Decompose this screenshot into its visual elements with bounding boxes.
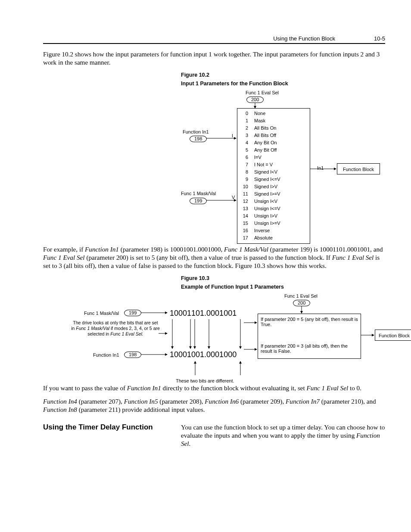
function-block-box: Function Block bbox=[337, 163, 380, 174]
figure-10-2-title: Input 1 Parameters for the Function Bloc… bbox=[181, 81, 385, 87]
figure-10-2: Func 1 Eval Sel 200 Function In1 198 I F… bbox=[181, 90, 383, 245]
mask-note: The drive looks at only the bits that ar… bbox=[71, 320, 160, 337]
option-row: 1Mask bbox=[241, 118, 310, 123]
option-row: 3All Bits Off bbox=[241, 133, 310, 138]
figure-10-2-number: Figure 10.2 bbox=[181, 72, 385, 79]
function-block-box: Function Block bbox=[375, 330, 411, 341]
binary-function-in1: 10001001.0001000 bbox=[170, 350, 237, 359]
example-paragraph: For example, if Function In1 (parameter … bbox=[43, 245, 385, 270]
function-in1-pill: 198 bbox=[124, 352, 141, 358]
mask-val-pill: 199 bbox=[124, 310, 141, 316]
header-page-number: 10-5 bbox=[374, 35, 385, 42]
option-row: 5Any Bit Off bbox=[241, 147, 310, 152]
mask-val-label: Func 1 Mask/Val bbox=[181, 191, 216, 196]
option-row: 10Signed I>V bbox=[241, 184, 310, 189]
eval-sel-param-pill: 200 bbox=[293, 300, 310, 306]
bits-different-label: These two bits are different. bbox=[176, 378, 234, 383]
option-row: 7I Not = V bbox=[241, 162, 310, 167]
header-title: Using the Function Block bbox=[273, 35, 335, 42]
function-in1-label: Function In1 bbox=[93, 352, 119, 358]
function-in1-pill: 198 bbox=[190, 136, 207, 142]
option-row: 0None bbox=[241, 111, 310, 116]
result-false-text: If parameter 200 = 3 (all bits off), the… bbox=[261, 343, 358, 354]
option-row: 6I=V bbox=[241, 155, 310, 160]
v-label: V bbox=[232, 195, 235, 200]
figure-10-3: Func 1 Eval Sel 200 Func 1 Mask/Val 199 … bbox=[69, 293, 411, 384]
option-row: 12Unsign I<V bbox=[241, 199, 310, 204]
i-label: I bbox=[232, 133, 233, 138]
binary-mask-val: 10001101.0001001 bbox=[170, 309, 237, 318]
option-row: 13Unsign I<=V bbox=[241, 206, 310, 211]
eval-sel-label: Func 1 Eval Sel bbox=[246, 90, 279, 95]
option-row: 2All Bits On bbox=[241, 125, 310, 131]
timer-paragraph: You can use the function block to set up… bbox=[181, 423, 385, 448]
result-true-text: If parameter 200 = 5 (any bit off), then… bbox=[261, 317, 358, 327]
mask-val-label: Func 1 Mask/Val bbox=[84, 311, 119, 316]
option-row: 4Any Bit On bbox=[241, 140, 310, 145]
option-row: 14Unsign I>V bbox=[241, 213, 310, 218]
option-row: 16Inverse bbox=[241, 228, 310, 233]
option-row: 9Signed I<=V bbox=[241, 177, 310, 182]
additional-inputs-paragraph: Function In4 (parameter 207), Function I… bbox=[43, 397, 385, 414]
page: Using the Function Block 10-5 Figure 10.… bbox=[0, 0, 411, 473]
timer-heading: Using the Timer Delay Function bbox=[43, 423, 169, 432]
option-row: 17Absolute bbox=[241, 235, 310, 240]
option-row: 11Signed I>=V bbox=[241, 191, 310, 196]
mask-val-pill: 199 bbox=[190, 198, 207, 204]
eval-sel-label: Func 1 Eval Sel bbox=[284, 293, 318, 299]
figure-10-3-number: Figure 10.3 bbox=[181, 275, 385, 282]
pass-paragraph: If you want to pass the value of Functio… bbox=[43, 384, 385, 392]
eval-sel-param-pill: 200 bbox=[246, 96, 264, 103]
running-header: Using the Function Block 10-5 bbox=[43, 35, 385, 44]
in1-out-label: In1 bbox=[317, 165, 324, 171]
timer-section: Using the Timer Delay Function You can u… bbox=[43, 423, 385, 448]
option-row: 15Unsign I>=V bbox=[241, 221, 310, 226]
intro-paragraph: Figure 10.2 shows how the input paramete… bbox=[43, 50, 385, 66]
figure-10-3-title: Example of Function Input 1 Parameters bbox=[181, 284, 385, 290]
eval-result-box: If parameter 200 = 5 (any bit off), then… bbox=[258, 314, 361, 359]
option-row: 8Signed I<V bbox=[241, 169, 310, 174]
function-in1-label: Function In1 bbox=[183, 129, 209, 134]
